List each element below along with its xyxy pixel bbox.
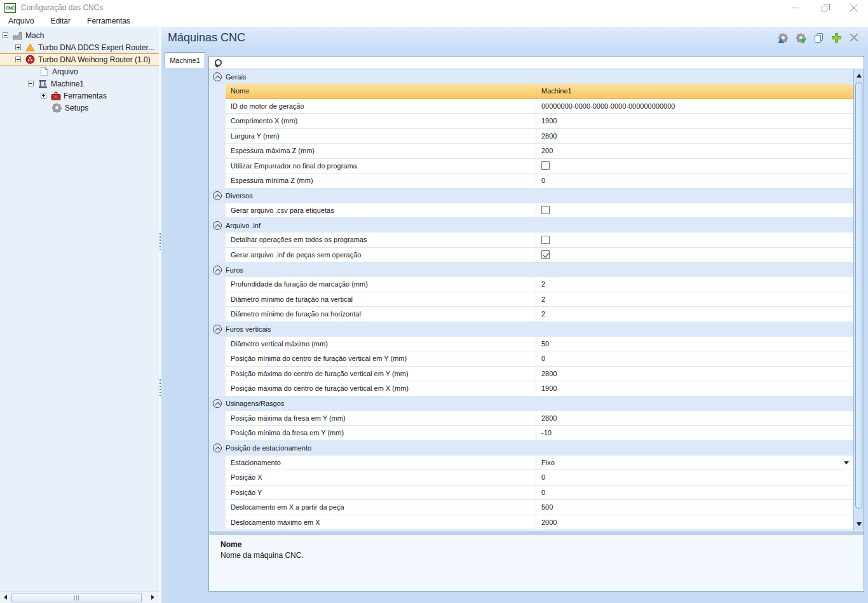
property-value[interactable]: 2800: [536, 129, 853, 144]
collapse-icon[interactable]: [28, 81, 34, 86]
tree-item-turbo-dna-ddcs-expert-router[interactable]: Turbo DNA DDCS Expert Router...: [0, 41, 159, 53]
tree-horizontal-scrollbar[interactable]: [0, 592, 159, 603]
checkbox-unchecked-icon[interactable]: [541, 206, 550, 214]
description-splitter[interactable]: [209, 531, 864, 535]
property-value[interactable]: 2: [536, 277, 853, 292]
gear-upload-button[interactable]: [776, 31, 789, 44]
grid-vertical-scrollbar[interactable]: [853, 69, 864, 531]
property-value[interactable]: [536, 203, 853, 218]
property-value[interactable]: 2000: [536, 515, 853, 530]
menu-item-arquivo[interactable]: Arquivo: [0, 17, 43, 25]
scroll-down-icon[interactable]: [857, 522, 862, 526]
property-row-di-metro-m-nimo-de-fura-o-na-vertical[interactable]: Diâmetro mínimo de furação na vertical2: [226, 292, 853, 308]
gear-download-button[interactable]: [794, 31, 807, 44]
scroll-right-icon[interactable]: [151, 595, 154, 600]
property-value[interactable]: 0: [536, 173, 853, 188]
menu-item-editar[interactable]: Editar: [43, 17, 79, 25]
collapse-section-icon[interactable]: [213, 444, 222, 452]
property-row-id-do-motor-de-gera-o[interactable]: ID do motor de geração00000000-0000-0000…: [226, 99, 853, 114]
section-header-posi-o-de-estacionamento[interactable]: Posição de estacionamento: [209, 441, 853, 456]
property-row-gerar-arquivo-inf-de-pe-as-sem-opera-o[interactable]: Gerar arquivo .inf de peças sem operação: [226, 248, 853, 263]
property-row-utilizar-empurrador-no-final-do-programa[interactable]: Utilizar Empurrador no final do programa: [226, 159, 853, 174]
property-value[interactable]: 2: [536, 307, 853, 322]
property-row-largura-y-mm[interactable]: Largura Y (mm)2800: [226, 129, 853, 144]
property-row-gerar-arquivo-csv-para-etiquetas[interactable]: Gerar arquivo .csv para etiquetas: [226, 203, 853, 219]
section-header-gerais[interactable]: Gerais: [209, 69, 853, 84]
property-value[interactable]: 0: [536, 485, 853, 500]
expand-icon[interactable]: [15, 44, 21, 50]
property-row-di-metro-m-nimo-de-fura-o-na-horizontal[interactable]: Diâmetro mínimo de furação na horizontal…: [226, 307, 853, 322]
collapse-section-icon[interactable]: [213, 325, 222, 334]
property-row-nome[interactable]: NomeMachine1: [226, 84, 853, 99]
tree-item-turbo-dna-weihong-router-1-0[interactable]: Turbo DNA Weihong Router (1.0): [0, 53, 159, 65]
property-row-posi-o-m-xima-da-fresa-em-y-mm[interactable]: Posição máxima da fresa em Y (mm)2800: [226, 411, 853, 426]
property-row-comprimento-x-mm[interactable]: Comprimento X (mm)1900: [226, 114, 853, 129]
property-row-posi-o-x[interactable]: Posição X0: [226, 470, 853, 485]
collapse-section-icon[interactable]: [213, 72, 222, 81]
scroll-thumb[interactable]: [855, 82, 862, 509]
property-row-detalhar-opera-es-em-todos-os-programas[interactable]: Detalhar operações em todos os programas: [226, 233, 853, 248]
tab-machine1[interactable]: Machine1: [165, 52, 205, 68]
collapse-section-icon[interactable]: [213, 266, 222, 274]
section-header-furos-verticais[interactable]: Furos verticais: [209, 322, 853, 337]
tree-item-mach[interactable]: Mach: [0, 29, 159, 41]
property-row-posi-o-m-xima-do-centro-de-fura-o-vertic[interactable]: Posição máxima do centro de furação vert…: [226, 381, 853, 396]
copy-button[interactable]: [812, 31, 825, 44]
menu-item-ferramentas[interactable]: Ferramentas: [79, 17, 139, 25]
section-header-arquivo-inf[interactable]: Arquivo .inf: [209, 218, 853, 233]
collapse-icon[interactable]: [15, 57, 21, 62]
property-row-posi-o-y[interactable]: Posição Y0: [226, 485, 853, 501]
property-row-di-metro-vertical-m-ximo-mm[interactable]: Diâmetro vertical máximo (mm)50: [226, 337, 853, 352]
close-button[interactable]: [839, 0, 868, 15]
property-row-estacionamento[interactable]: EstacionamentoFixo: [226, 456, 853, 471]
minimize-button[interactable]: [780, 0, 810, 15]
property-value[interactable]: 0: [536, 470, 853, 485]
expand-icon[interactable]: [41, 93, 46, 98]
collapse-section-icon[interactable]: [213, 221, 222, 230]
checkbox-unchecked-icon[interactable]: [541, 161, 550, 170]
scroll-up-icon[interactable]: [857, 74, 862, 78]
section-header-usinagens-rasgos[interactable]: Usinagens/Rasgos: [209, 396, 853, 411]
checkbox-unchecked-icon[interactable]: [541, 236, 550, 244]
property-value[interactable]: 2800: [536, 411, 853, 426]
collapse-section-icon[interactable]: [213, 191, 222, 200]
property-row-posi-o-m-nima-do-centro-de-fura-o-vertic[interactable]: Posição mínima do centro de furação vert…: [226, 351, 853, 367]
property-value[interactable]: 0: [536, 351, 853, 366]
collapse-section-icon[interactable]: [213, 399, 222, 408]
property-row-espessura-m-nima-z-mm[interactable]: Espessura mínima Z (mm)0: [226, 173, 853, 189]
property-value[interactable]: 2800: [536, 367, 853, 381]
scroll-left-icon[interactable]: [4, 595, 7, 600]
property-value[interactable]: 50: [536, 337, 853, 351]
checkbox-checked-icon[interactable]: [541, 250, 550, 259]
tree-item-arquivo[interactable]: Arquivo: [0, 65, 159, 78]
property-value[interactable]: 200: [536, 144, 853, 158]
tree-item-machine1[interactable]: Machine1: [0, 78, 159, 90]
property-value[interactable]: 1900: [536, 381, 853, 396]
property-value[interactable]: 2: [536, 292, 853, 307]
property-value[interactable]: 500: [536, 500, 853, 515]
property-value[interactable]: Machine1: [536, 84, 853, 98]
property-row-deslocamento-m-ximo-em-x[interactable]: Deslocamento máximo em X2000: [226, 515, 853, 531]
add-button[interactable]: [830, 31, 843, 44]
maximize-button[interactable]: [810, 0, 839, 15]
property-value[interactable]: Fixo: [536, 456, 853, 470]
property-row-espessura-m-xima-z-mm[interactable]: Espessura máxima Z (mm)200: [226, 144, 853, 159]
tree-item-setups[interactable]: Setups: [0, 102, 159, 114]
property-value[interactable]: -10: [536, 426, 853, 440]
property-row-deslocamento-em-x-a-partir-da-pe-a[interactable]: Deslocamento em X a partir da peça500: [226, 500, 853, 515]
tree-item-ferramentas[interactable]: Ferramentas: [0, 90, 159, 102]
dropdown-arrow-icon[interactable]: [844, 461, 849, 464]
scroll-thumb[interactable]: [11, 593, 142, 602]
property-value[interactable]: 1900: [536, 114, 853, 128]
property-value[interactable]: 00000000-0000-0000-0000-000000000000: [536, 99, 853, 114]
section-header-furos[interactable]: Furos: [209, 262, 853, 277]
property-row-profundidade-da-fura-o-de-marca-o-mm[interactable]: Profundidade da furação de marcação (mm)…: [226, 277, 853, 292]
property-value[interactable]: [536, 159, 853, 173]
property-value[interactable]: [536, 248, 853, 262]
property-value[interactable]: [536, 233, 853, 247]
search-input[interactable]: [222, 57, 864, 69]
property-row-posi-o-m-xima-do-centro-de-fura-o-vertic[interactable]: Posição máxima do centro de furação vert…: [226, 367, 853, 382]
delete-button[interactable]: [848, 31, 860, 44]
collapse-icon[interactable]: [3, 32, 8, 38]
section-header-diversos[interactable]: Diversos: [209, 189, 853, 203]
